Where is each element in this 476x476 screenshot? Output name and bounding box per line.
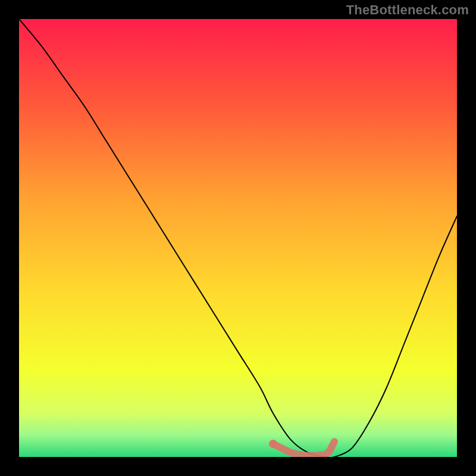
gradient-background bbox=[19, 19, 457, 457]
chart-frame: TheBottleneck.com bbox=[0, 0, 476, 476]
watermark-label: TheBottleneck.com bbox=[346, 2, 469, 18]
svg-point-0 bbox=[269, 440, 277, 448]
plot-area bbox=[19, 19, 457, 457]
chart-svg bbox=[19, 19, 457, 457]
